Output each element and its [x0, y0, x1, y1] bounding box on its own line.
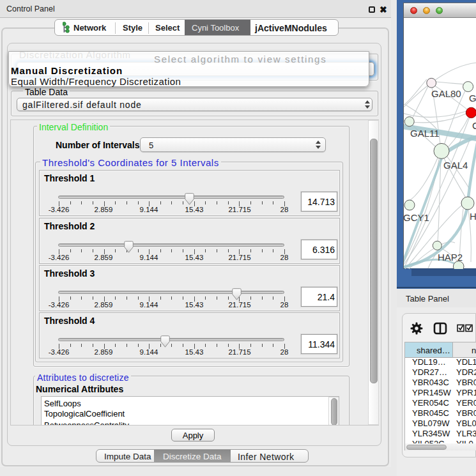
- svg-text:GA: GA: [469, 93, 476, 104]
- svg-text:HA: HA: [470, 211, 476, 222]
- svg-text:GCY1: GCY1: [404, 212, 429, 223]
- svg-text:GAL80: GAL80: [431, 88, 461, 99]
- svg-text:C: C: [472, 120, 476, 131]
- svg-text:GAL11: GAL11: [410, 128, 440, 139]
- svg-text:GAL4: GAL4: [443, 160, 468, 171]
- svg-text:HAP2: HAP2: [438, 252, 463, 263]
